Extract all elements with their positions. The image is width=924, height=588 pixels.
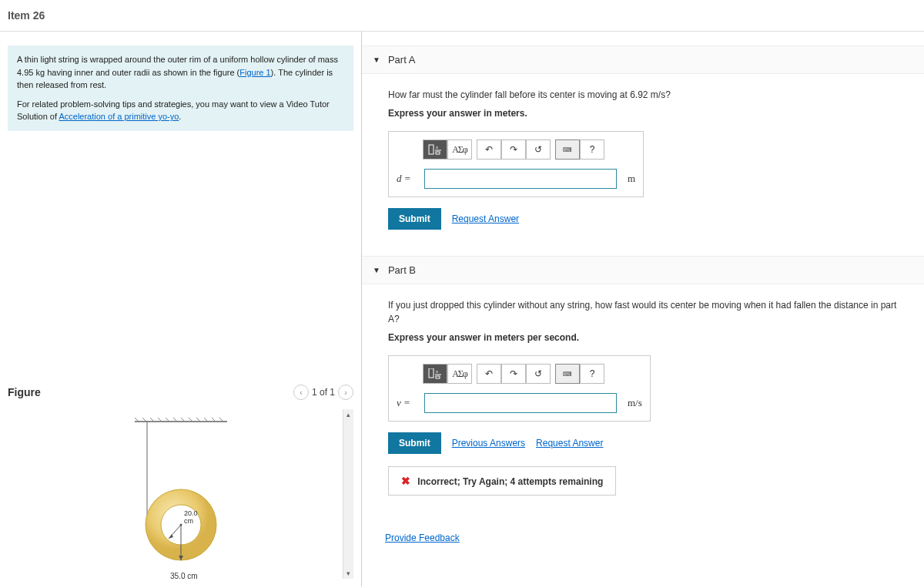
undo-button[interactable]: ↶ (477, 139, 501, 160)
keyboard-button[interactable]: ⌨ (555, 364, 580, 384)
part-a-request-answer-link[interactable]: Request Answer (452, 213, 519, 224)
pager-next-button[interactable]: › (338, 385, 353, 400)
help-button[interactable]: ? (580, 139, 604, 160)
part-b-request-answer-link[interactable]: Request Answer (536, 438, 603, 449)
part-b-submit-button[interactable]: Submit (388, 432, 441, 454)
outer-radius-label: 35.0 cm (170, 572, 198, 580)
feedback-text: Incorrect; Try Again; 4 attempts remaini… (417, 476, 603, 487)
part-a-answer-box: x ΑΣφ ↶ ↷ ↺ ⌨ ? d = m (388, 131, 644, 197)
problem-mass: 4.95 kg (17, 68, 45, 77)
tips-suffix: . (179, 112, 181, 121)
problem-text: A thin light string is wrapped around th… (17, 55, 338, 64)
part-a-unit: m (628, 173, 635, 185)
collapse-icon: ▼ (373, 55, 380, 64)
svg-text:x: x (436, 369, 438, 374)
part-b-input[interactable] (424, 393, 617, 413)
collapse-icon: ▼ (373, 266, 380, 274)
part-a-submit-button[interactable]: Submit (388, 208, 441, 230)
undo-button[interactable]: ↶ (477, 364, 501, 384)
scroll-down-icon[interactable]: ▾ (346, 570, 350, 577)
right-column: ▼ Part A How far must the cylinder fall … (362, 32, 924, 586)
part-a-instruction: Express your answer in meters. (388, 108, 901, 119)
part-a-question: How far must the cylinder fall before it… (388, 88, 901, 102)
pager-text: 1 of 1 (312, 387, 335, 398)
part-a-header[interactable]: ▼ Part A (362, 45, 924, 74)
item-title: Item 26 (0, 0, 924, 32)
svg-rect-25 (436, 152, 440, 154)
templates-button[interactable]: x (423, 139, 447, 160)
tips-link[interactable]: Acceleration of a primitive yo-yo (59, 112, 179, 121)
part-b-previous-answers-link[interactable]: Previous Answers (452, 438, 525, 449)
svg-rect-22 (429, 145, 434, 154)
part-a-input[interactable] (424, 169, 617, 189)
part-b-title: Part B (388, 264, 416, 276)
formula-toolbar: x ΑΣφ ↶ ↷ ↺ ⌨ ? (423, 139, 635, 160)
formula-toolbar: x ΑΣφ ↶ ↷ ↺ ⌨ ? (423, 364, 642, 384)
scroll-up-icon[interactable]: ▴ (346, 411, 350, 418)
problem-statement: A thin light string is wrapped around th… (8, 45, 353, 131)
part-b-feedback: ✖ Incorrect; Try Again; 4 attempts remai… (388, 466, 616, 496)
svg-rect-26 (429, 368, 434, 378)
templates-button[interactable]: x (423, 364, 447, 384)
part-b-header[interactable]: ▼ Part B (362, 256, 924, 284)
figure-image: 20.0 cm 35.0 cm ▴ ▾ (8, 409, 353, 579)
reset-button[interactable]: ↺ (526, 364, 551, 384)
redo-button[interactable]: ↷ (501, 364, 526, 384)
svg-rect-29 (436, 376, 440, 378)
figure-pager: ‹ 1 of 1 › (293, 385, 353, 400)
part-a-title: Part A (388, 54, 415, 66)
redo-button[interactable]: ↷ (501, 139, 526, 160)
part-a: ▼ Part A How far must the cylinder fall … (362, 45, 924, 239)
left-column: A thin light string is wrapped around th… (0, 32, 362, 586)
incorrect-icon: ✖ (401, 475, 410, 487)
greek-button[interactable]: ΑΣφ (447, 364, 472, 384)
figure-scrollbar[interactable]: ▴ ▾ (343, 409, 353, 579)
part-b-instruction: Express your answer in meters per second… (388, 332, 901, 343)
part-b: ▼ Part B If you just dropped this cylind… (362, 256, 924, 505)
part-b-var-label: v = (397, 397, 418, 409)
part-b-unit: m/s (628, 397, 642, 409)
problem-text: having inner and outer radii as shown in… (45, 68, 239, 77)
figure-title: Figure (8, 386, 41, 398)
part-b-answer-box: x ΑΣφ ↶ ↷ ↺ ⌨ ? v = m/s (388, 355, 651, 422)
part-a-var-label: d = (397, 173, 418, 185)
inner-radius-label: 20.0 (184, 509, 198, 517)
svg-text:x: x (436, 145, 438, 150)
svg-text:cm: cm (184, 517, 193, 525)
figure-panel: Figure ‹ 1 of 1 › (0, 377, 361, 586)
pager-prev-button[interactable]: ‹ (293, 385, 309, 400)
keyboard-button[interactable]: ⌨ (555, 139, 580, 160)
figure-link[interactable]: Figure 1 (239, 68, 270, 77)
provide-feedback-link[interactable]: Provide Feedback (385, 533, 460, 543)
greek-button[interactable]: ΑΣφ (447, 139, 472, 160)
part-b-question: If you just dropped this cylinder withou… (388, 298, 901, 326)
help-button[interactable]: ? (580, 364, 604, 384)
reset-button[interactable]: ↺ (526, 139, 551, 160)
